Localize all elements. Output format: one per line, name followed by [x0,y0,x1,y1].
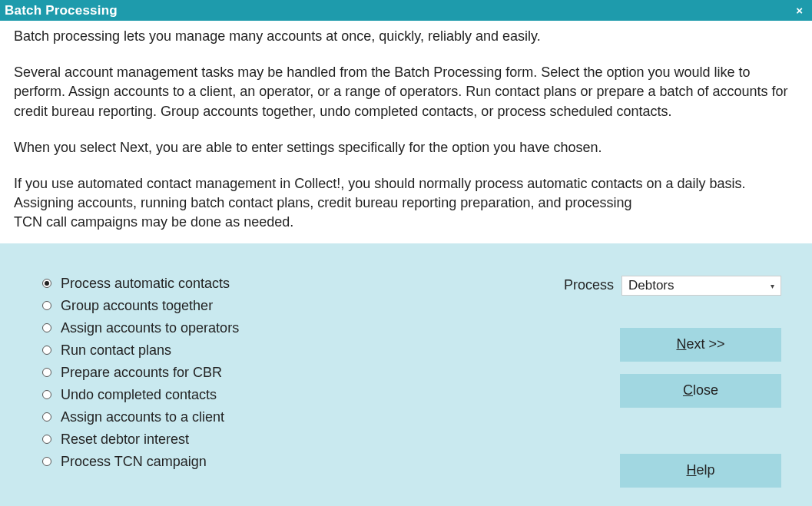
description-text: TCN call campaigns may be done as needed… [14,213,798,232]
option-radio-row[interactable]: Assign accounts to operators [42,320,239,336]
description-text: Batch processing lets you manage many ac… [14,27,798,46]
option-label[interactable]: Run contact plans [61,342,171,359]
option-radio-row[interactable]: Run contact plans [42,342,239,359]
option-label[interactable]: Group accounts together [61,298,213,314]
chevron-down-icon: ▾ [771,281,774,289]
option-radio-row[interactable]: Undo completed contacts [42,387,239,403]
right-column: Process Debtors ▾ Next >> Close Help [512,276,781,473]
option-radio-row[interactable]: Prepare accounts for CBR [42,365,239,381]
option-label[interactable]: Undo completed contacts [61,387,217,403]
help-button[interactable]: Help [620,454,781,488]
titlebar: Batch Processing × [0,0,812,21]
option-label[interactable]: Process TCN campaign [61,454,207,470]
option-radio[interactable] [42,323,51,332]
option-radio-row[interactable]: Reset debtor interest [42,432,239,448]
option-radio-row[interactable]: Group accounts together [42,298,239,314]
window-title: Batch Processing [5,3,118,18]
options-panel: Process automatic contactsGroup accounts… [0,243,812,507]
option-label[interactable]: Prepare accounts for CBR [61,365,222,381]
process-label: Process [564,277,614,293]
option-radio-group: Process automatic contactsGroup accounts… [42,276,239,473]
option-radio[interactable] [42,301,51,310]
option-label[interactable]: Process automatic contacts [61,276,230,292]
process-row: Process Debtors ▾ [512,276,781,296]
option-label[interactable]: Assign accounts to a client [61,409,224,425]
option-radio[interactable] [42,390,51,399]
option-radio[interactable] [42,412,51,422]
description-text: When you select Next, you are able to en… [14,138,798,157]
option-radio[interactable] [42,435,51,444]
description-text: If you use automated contact management … [14,174,798,213]
option-label[interactable]: Reset debtor interest [61,432,189,448]
close-button[interactable]: Close [620,374,781,408]
option-radio[interactable] [42,279,51,288]
description-panel: Batch processing lets you manage many ac… [0,21,812,243]
option-radio[interactable] [42,457,51,466]
process-dropdown[interactable]: Debtors ▾ [621,276,781,296]
description-text: Several account management tasks may be … [14,63,798,121]
option-radio-row[interactable]: Assign accounts to a client [42,409,239,425]
close-icon[interactable]: × [793,3,806,18]
option-radio[interactable] [42,368,51,377]
option-radio-row[interactable]: Process automatic contacts [42,276,239,292]
button-stack: Next >> Close Help [512,328,781,488]
option-radio-row[interactable]: Process TCN campaign [42,454,239,470]
option-radio[interactable] [42,346,51,355]
option-label[interactable]: Assign accounts to operators [61,320,239,336]
process-dropdown-value: Debtors [628,278,674,293]
next-button[interactable]: Next >> [620,328,781,362]
